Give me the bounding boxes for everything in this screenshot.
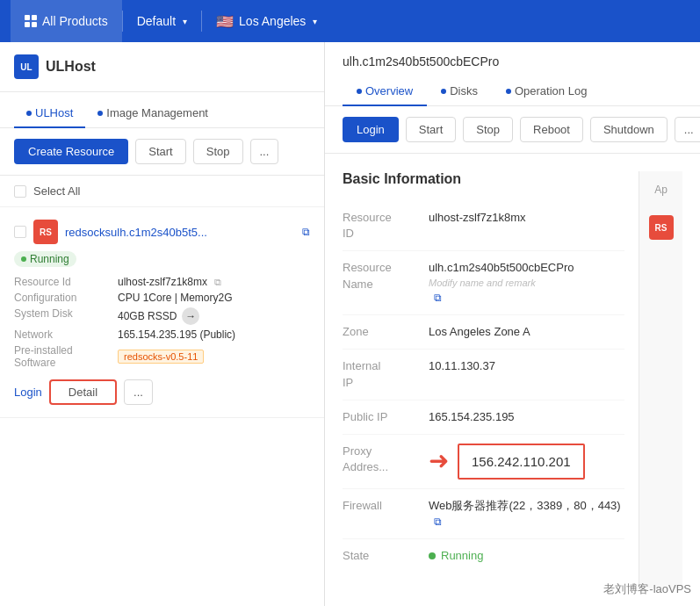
resource-card: RS redsocksulh.c1m2s40b5t5... ⧉ Running … (0, 207, 324, 418)
label-resource-id: ResourceID (343, 210, 422, 242)
value-zone: Los Angeles Zone A (429, 324, 624, 340)
resource-info-grid: Resource Id ulhost-zslf7z1k8mx ⧉ Configu… (14, 276, 310, 369)
chevron-down-icon: ▾ (183, 17, 187, 26)
field-label-4: Pre-installed Software (14, 344, 111, 369)
tab-dot2 (97, 111, 103, 116)
resource-name-hint: Modify name and remark (429, 277, 624, 290)
tab-image-label: Image Management (106, 106, 208, 119)
select-all-checkbox[interactable] (14, 185, 26, 198)
tab-overview-label: Overview (365, 84, 413, 97)
rs-badge: RS (33, 220, 58, 244)
tab-disks-label: Disks (450, 84, 478, 97)
action-bar: Login Start Stop Reboot Shutdown ... (325, 106, 700, 154)
log-dot (506, 89, 511, 94)
shutdown-action-button[interactable]: Shutdown (590, 117, 668, 142)
left-panel: UL ULHost ULHost Image Management Create… (0, 42, 325, 606)
software-tag: redsocks-v0.5-11 (118, 350, 204, 364)
sidebar-title: ULHost (46, 59, 96, 75)
all-products-nav[interactable]: All Products (11, 0, 122, 42)
section-title: Basic Information (343, 171, 624, 187)
tab-image-management[interactable]: Image Management (85, 99, 220, 128)
default-label: Default (137, 14, 176, 28)
running-dot (429, 552, 436, 559)
info-table: ResourceID ulhost-zslf7z1k8mx ResourceNa… (343, 201, 624, 573)
more-action-button[interactable]: ... (675, 117, 700, 142)
card-login-button[interactable]: Login (14, 386, 42, 399)
tab-disks[interactable]: Disks (427, 77, 492, 106)
sidebar-header: UL ULHost (0, 42, 324, 92)
info-row-firewall: Firewall Web服务器推荐(22，3389，80，443) ⧉ (343, 489, 624, 539)
stop-action-button[interactable]: Stop (463, 117, 513, 142)
proxy-box: 156.242.110.201 (458, 444, 585, 480)
edit-name-icon[interactable]: ⧉ (434, 292, 442, 304)
right-panel: ulh.c1m2s40b5t500cbECPro Overview Disks … (325, 42, 700, 606)
login-action-button[interactable]: Login (343, 117, 399, 142)
field-value-0: ulhost-zslf7z1k8mx ⧉ (118, 276, 310, 288)
resource-checkbox[interactable] (14, 226, 26, 238)
create-resource-button[interactable]: Create Resource (14, 139, 128, 164)
stop-button[interactable]: Stop (193, 139, 243, 164)
label-firewall: Firewall (343, 498, 422, 514)
label-state: State (343, 548, 422, 564)
card-detail-button[interactable]: Detail (49, 379, 117, 405)
value-resource-id: ulhost-zslf7z1k8mx (429, 210, 624, 226)
grid-icon (25, 15, 37, 27)
select-all-label[interactable]: Select All (33, 184, 80, 198)
resource-title: ulh.c1m2s40b5t500cbECPro (343, 54, 682, 69)
more-button[interactable]: ... (250, 139, 279, 164)
info-row-public-ip: Public IP 165.154.235.195 (343, 400, 624, 435)
sidebar-logo: UL (14, 54, 39, 79)
card-actions: Login Detail ... (14, 379, 310, 405)
value-internal-ip: 10.11.130.37 (429, 358, 624, 374)
tab-dot (26, 111, 32, 116)
location-label: Los Angeles (239, 14, 306, 28)
reboot-action-button[interactable]: Reboot (520, 117, 583, 142)
overview-dot (357, 89, 362, 94)
disks-dot (441, 89, 446, 94)
disk-expand-icon[interactable]: → (182, 307, 199, 325)
field-value-4: redsocks-v0.5-11 (118, 344, 310, 369)
firewall-edit-icon[interactable]: ⧉ (434, 516, 442, 528)
status-dot (21, 256, 26, 262)
value-resource-name: ulh.c1m2s40b5t500cbECPro Modify name and… (429, 260, 624, 306)
app-panel-hint: Ap RS (639, 171, 682, 588)
value-proxy: ➜ 156.242.110.201 (429, 444, 624, 480)
value-firewall: Web服务器推荐(22，3389，80，443) ⧉ (429, 498, 624, 530)
label-proxy: ProxyAddres... (343, 444, 422, 475)
app-hint-header: Ap (639, 171, 682, 208)
app-hint-badge: RS (649, 215, 674, 240)
red-arrow-icon: ➜ (429, 449, 449, 473)
resource-name[interactable]: redsocksulh.c1m2s40b5t5... (65, 226, 295, 239)
topbar: All Products Default ▾ 🇺🇸 Los Angeles ▾ (0, 0, 700, 42)
start-action-button[interactable]: Start (406, 117, 456, 142)
basic-info-section: Basic Information ResourceID ulhost-zslf… (343, 171, 624, 588)
state-label: Running (441, 548, 483, 564)
card-more-button[interactable]: ... (124, 379, 153, 405)
tab-log-label: Operation Log (515, 84, 587, 97)
field-label-0: Resource Id (14, 276, 111, 288)
field-label-3: Network (14, 328, 111, 341)
tab-ulhost[interactable]: ULHost (14, 99, 85, 128)
right-content: Basic Information ResourceID ulhost-zslf… (325, 154, 700, 606)
flag-icon: 🇺🇸 (216, 13, 234, 30)
external-link-icon[interactable]: ⧉ (302, 226, 310, 238)
start-button[interactable]: Start (135, 139, 185, 164)
field-label-1: Configuration (14, 292, 111, 304)
right-header: ulh.c1m2s40b5t500cbECPro Overview Disks … (325, 42, 700, 106)
label-resource-name: ResourceName (343, 260, 422, 292)
status-badge: Running (14, 251, 76, 267)
resource-card-header: RS redsocksulh.c1m2s40b5t5... ⧉ (14, 220, 310, 244)
status-label: Running (30, 253, 69, 265)
all-products-label: All Products (42, 14, 108, 28)
copy-icon-0[interactable]: ⧉ (214, 277, 221, 288)
tab-operation-log[interactable]: Operation Log (492, 77, 601, 106)
field-value-3: 165.154.235.195 (Public) (118, 328, 310, 341)
right-tabs: Overview Disks Operation Log (343, 77, 682, 105)
tab-ulhost-label: ULHost (35, 106, 73, 119)
value-state: Running (429, 548, 624, 564)
label-public-ip: Public IP (343, 409, 422, 425)
tab-overview[interactable]: Overview (343, 77, 427, 106)
info-row-internal-ip: InternalIP 10.11.130.37 (343, 350, 624, 400)
location-nav[interactable]: 🇺🇸 Los Angeles ▾ (202, 0, 331, 42)
default-nav[interactable]: Default ▾ (123, 0, 201, 42)
